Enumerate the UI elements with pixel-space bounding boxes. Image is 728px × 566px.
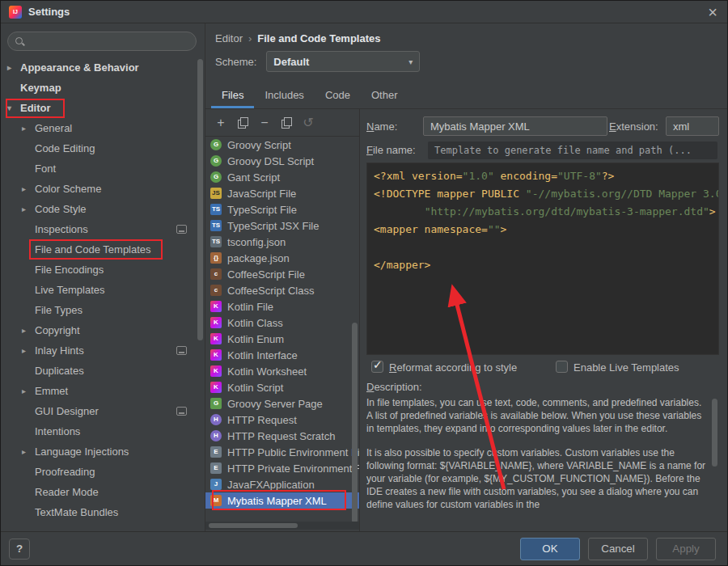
template-item-kotlin-file[interactable]: KKotlin File: [205, 298, 359, 315]
chevron-right-icon[interactable]: ▸: [22, 346, 35, 355]
template-item-kotlin-script[interactable]: KKotlin Script: [205, 379, 359, 395]
tree-item-general[interactable]: ▸General: [1, 118, 205, 138]
description-paragraph: In file templates, you can use text, cod…: [366, 396, 706, 435]
tree-item-file-encodings[interactable]: File Encodings: [1, 260, 205, 280]
template-item-gant-script[interactable]: GGant Script: [205, 169, 359, 185]
template-item-http-public-environment-file[interactable]: EHTTP Public Environment File: [205, 444, 359, 460]
tree-item-label: File and Code Templates: [35, 243, 151, 256]
template-tabs: FilesIncludesCodeOther: [205, 84, 727, 109]
description-scrollbar-thumb[interactable]: [712, 399, 717, 467]
tree-item-live-templates[interactable]: Live Templates: [1, 280, 205, 300]
tree-item-proofreading[interactable]: Proofreading: [1, 462, 205, 482]
tree-item-keymap[interactable]: Keymap: [1, 78, 205, 98]
template-list-scrollbar-thumb[interactable]: [352, 323, 358, 523]
tree-item-language-injections[interactable]: ▸Language Injections: [1, 441, 205, 462]
template-item-typescript-jsx-file[interactable]: TSTypeScript JSX File: [205, 218, 359, 234]
template-item-kotlin-worksheet[interactable]: KKotlin Worksheet: [205, 363, 359, 379]
screen-scope-icon: [176, 346, 187, 355]
extension-input[interactable]: xml: [666, 116, 719, 136]
chevron-right-icon[interactable]: ▸: [22, 447, 35, 456]
tree-scrollbar-thumb[interactable]: [197, 59, 203, 340]
scheme-dropdown[interactable]: Default: [266, 51, 420, 72]
name-input[interactable]: Mybatis Mapper XML: [423, 116, 607, 136]
ok-button[interactable]: OK: [520, 538, 580, 560]
remove-template-button[interactable]: [258, 116, 271, 129]
filename-row: File name: Template to generate file nam…: [366, 142, 717, 159]
template-item-http-request[interactable]: HHTTP Request: [205, 412, 359, 428]
template-item-javascript-file[interactable]: JSJavaScript File: [205, 185, 359, 201]
tree-item-file-types[interactable]: File Types: [1, 300, 205, 320]
template-item-label: Kotlin File: [227, 301, 273, 313]
chevron-right-icon[interactable]: ▸: [22, 205, 35, 213]
template-item-package-json[interactable]: {}package.json: [205, 250, 359, 266]
tree-item-color-scheme[interactable]: ▸Color Scheme: [1, 179, 205, 199]
reformat-checkbox[interactable]: [371, 361, 383, 373]
chevron-right-icon[interactable]: ▸: [22, 386, 35, 395]
apply-button[interactable]: Apply: [656, 538, 716, 560]
template-item-mybatis-mapper-xml[interactable]: MMybatis Mapper XML: [205, 492, 359, 509]
template-item-groovy-dsl-script[interactable]: GGroovy DSL Script: [205, 153, 359, 169]
filename-input[interactable]: Template to generate file name and path …: [428, 142, 717, 159]
tree-item-duplicates[interactable]: Duplicates: [1, 361, 205, 381]
tab-code[interactable]: Code: [315, 84, 361, 108]
tree-item-copyright[interactable]: ▸Copyright: [1, 320, 205, 340]
template-item-kotlin-class[interactable]: KKotlin Class: [205, 315, 359, 331]
tree-item-textmate-bundles[interactable]: TextMate Bundles: [1, 502, 205, 522]
tree-item-file-and-code-templates[interactable]: File and Code Templates: [1, 239, 205, 260]
template-item-http-request-scratch[interactable]: HHTTP Request Scratch: [205, 428, 359, 444]
template-item-javafxapplication[interactable]: JJavaFXApplication: [205, 476, 359, 492]
kotlin-icon: K: [210, 301, 222, 312]
cancel-button[interactable]: Cancel: [588, 538, 648, 560]
search-input[interactable]: [30, 36, 176, 48]
template-item-groovy-server-page[interactable]: GGroovy Server Page: [205, 395, 359, 412]
tree-item-label: Appearance & Behavior: [20, 61, 139, 74]
template-item-tsconfig-json[interactable]: TStsconfig.json: [205, 234, 359, 250]
template-item-kotlin-enum[interactable]: KKotlin Enum: [205, 331, 359, 347]
template-item-label: Kotlin Worksheet: [227, 365, 307, 378]
template-list-pane: GGroovy ScriptGGroovy DSL ScriptGGant Sc…: [205, 109, 360, 531]
tree-item-label: Editor: [20, 102, 51, 114]
search-icon: [15, 36, 25, 47]
tab-other[interactable]: Other: [361, 84, 408, 108]
tree-item-inlay-hints[interactable]: ▸Inlay Hints: [1, 340, 205, 361]
template-item-label: CoffeeScript Class: [227, 285, 314, 297]
template-item-kotlin-interface[interactable]: KKotlin Interface: [205, 347, 359, 363]
tab-includes[interactable]: Includes: [254, 84, 314, 108]
template-item-coffeescript-class[interactable]: cCoffeeScript Class: [205, 282, 359, 298]
help-button[interactable]: ?: [9, 539, 30, 560]
tree-item-reader-mode[interactable]: Reader Mode: [1, 482, 205, 502]
template-item-coffeescript-file[interactable]: cCoffeeScript File: [205, 266, 359, 282]
tree-item-code-editing[interactable]: Code Editing: [1, 138, 205, 158]
tree-item-code-style[interactable]: ▸Code Style: [1, 199, 205, 219]
reset-template-button[interactable]: [302, 116, 315, 129]
settings-search-field[interactable]: [7, 32, 197, 51]
tree-item-editor[interactable]: ▾Editor: [1, 98, 205, 118]
chevron-right-icon[interactable]: ▸: [22, 184, 35, 193]
chevron-right-icon[interactable]: ▸: [22, 124, 35, 133]
breadcrumb-editor[interactable]: Editor: [215, 32, 243, 44]
template-item-http-private-environment-file[interactable]: EHTTP Private Environment File: [205, 460, 359, 476]
live-templates-checkbox[interactable]: [556, 361, 568, 373]
tree-item-appearance-behavior[interactable]: ▸Appearance & Behavior: [1, 57, 205, 78]
template-code-editor[interactable]: <?xml version="1.0" encoding="UTF-8"?><!…: [366, 163, 719, 355]
duplicate-template-button[interactable]: [280, 116, 293, 129]
chevron-right-icon[interactable]: ▸: [7, 63, 20, 72]
tab-files[interactable]: Files: [211, 84, 254, 108]
chevron-down-icon[interactable]: ▾: [7, 103, 20, 112]
tree-item-intentions[interactable]: Intentions: [1, 421, 205, 441]
tree-item-label: Emmet: [35, 385, 68, 397]
chevron-right-icon[interactable]: ▸: [22, 326, 35, 335]
template-list-hscrollbar-thumb[interactable]: [209, 523, 298, 528]
filename-input-value: Template to generate file name and path …: [434, 145, 692, 156]
tree-item-font[interactable]: Font: [1, 158, 205, 179]
copy-template-button[interactable]: [236, 116, 249, 129]
template-item-typescript-file[interactable]: TSTypeScript File: [205, 201, 359, 218]
close-icon[interactable]: [708, 3, 717, 22]
tree-item-emmet[interactable]: ▸Emmet: [1, 381, 205, 401]
kotlin-icon: K: [210, 317, 222, 328]
tree-item-gui-designer[interactable]: GUI Designer: [1, 401, 205, 421]
template-item-label: JavaScript File: [227, 188, 296, 200]
tree-item-inspections[interactable]: Inspections: [1, 219, 205, 239]
add-template-button[interactable]: [214, 116, 227, 129]
template-item-groovy-script[interactable]: GGroovy Script: [205, 137, 359, 153]
